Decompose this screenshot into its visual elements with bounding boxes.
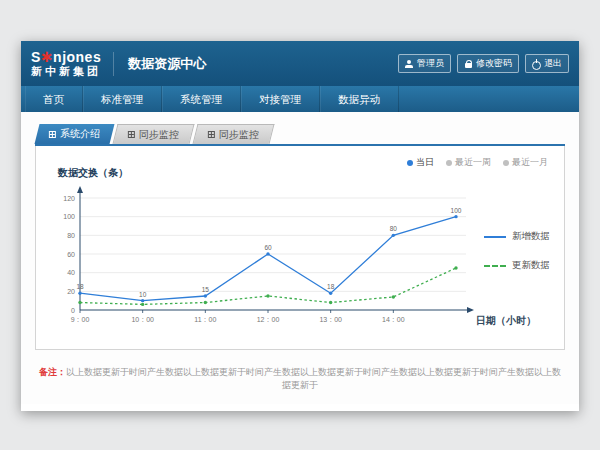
nav-item-home[interactable]: 首页: [25, 86, 83, 112]
svg-text:11：00: 11：00: [194, 316, 216, 323]
nav-item-standard-mgmt[interactable]: 标准管理: [83, 86, 162, 112]
tab-label: 系统介绍: [60, 127, 100, 141]
svg-text:10：00: 10：00: [131, 316, 154, 323]
main-nav: 首页 标准管理 系统管理 对接管理 数据异动: [21, 86, 579, 112]
grid-icon: [128, 131, 135, 138]
svg-text:15: 15: [202, 286, 210, 293]
svg-text:100: 100: [63, 213, 75, 220]
grid-icon: [208, 131, 215, 138]
radio-dot-icon: [503, 160, 509, 166]
radio-dot-icon: [407, 160, 413, 166]
nav-item-system-mgmt[interactable]: 系统管理: [162, 86, 241, 112]
logout-button[interactable]: 退出: [525, 54, 569, 73]
filter-last-week[interactable]: 最近一周: [446, 156, 491, 169]
radio-dot-icon: [446, 160, 452, 166]
user-icon: [405, 60, 413, 68]
power-icon: [532, 60, 540, 68]
footnote-label: 备注：: [39, 367, 66, 377]
series-legend: 新增数据 更新数据: [484, 230, 550, 272]
page-title: 数据资源中心: [113, 52, 206, 76]
legend-updated-data: 更新数据: [484, 259, 550, 272]
footnote: 备注：以上数据更新于时间产生数据以上数据更新于时间产生数据以上数据更新于时间产生…: [35, 366, 565, 392]
lock-icon: [464, 60, 472, 68]
legend-label: 更新数据: [512, 259, 550, 272]
y-axis-label: 数据交换（条）: [58, 166, 128, 180]
nav-item-data-changes[interactable]: 数据异动: [320, 86, 399, 112]
svg-text:80: 80: [67, 232, 75, 239]
filter-label: 最近一周: [455, 156, 491, 169]
admin-user-button[interactable]: 管理员: [398, 54, 451, 73]
change-password-label: 修改密码: [476, 57, 512, 70]
filter-label: 最近一月: [512, 156, 548, 169]
tab-label: 同步监控: [219, 128, 259, 142]
svg-text:20: 20: [67, 288, 75, 295]
time-filter-group: 当日 最近一周 最近一月: [407, 156, 548, 169]
tab-system-intro[interactable]: 系统介绍: [35, 124, 115, 144]
svg-text:60: 60: [264, 244, 272, 251]
company-name: 新中新集团: [31, 65, 101, 77]
content-area: 系统介绍 同步监控 同步监控 当日 最近一周: [21, 112, 579, 404]
tab-sync-monitor-1[interactable]: 同步监控: [113, 124, 195, 144]
svg-text:9：00: 9：00: [71, 316, 90, 323]
header: S✱njones 新中新集团 数据资源中心 管理员 修改密码 退出: [21, 41, 579, 86]
logo: S✱njones 新中新集团: [31, 50, 101, 77]
svg-text:14：00: 14：00: [382, 316, 405, 323]
solid-line-icon: [484, 236, 506, 238]
svg-text:0: 0: [71, 307, 75, 314]
legend-label: 新增数据: [512, 230, 550, 243]
filter-last-month[interactable]: 最近一月: [503, 156, 548, 169]
svg-text:120: 120: [63, 195, 75, 202]
filter-today[interactable]: 当日: [407, 156, 434, 169]
brand-star-icon: ✱: [41, 49, 53, 65]
svg-text:100: 100: [451, 207, 462, 214]
footnote-text: 以上数据更新于时间产生数据以上数据更新于时间产生数据以上数据更新于时间产生数据以…: [66, 367, 561, 390]
grid-icon: [49, 131, 56, 138]
legend-new-data: 新增数据: [484, 230, 550, 243]
header-actions: 管理员 修改密码 退出: [398, 54, 569, 73]
svg-text:18: 18: [76, 283, 84, 290]
svg-text:18: 18: [327, 283, 335, 290]
tab-sync-monitor-2[interactable]: 同步监控: [193, 124, 275, 144]
nav-item-connection-mgmt[interactable]: 对接管理: [241, 86, 320, 112]
x-axis-label: 日期（小时）: [476, 314, 536, 328]
brand-wordmark: S✱njones: [31, 50, 101, 65]
svg-text:40: 40: [67, 269, 75, 276]
svg-text:13：00: 13：00: [319, 316, 342, 323]
app-window: S✱njones 新中新集团 数据资源中心 管理员 修改密码 退出 首页 标准管…: [21, 41, 579, 411]
svg-text:60: 60: [67, 251, 75, 258]
filter-label: 当日: [416, 156, 434, 169]
tab-label: 同步监控: [139, 128, 179, 142]
tab-bar: 系统介绍 同步监控 同步监控: [35, 124, 565, 146]
dashed-line-icon: [484, 265, 506, 267]
change-password-button[interactable]: 修改密码: [457, 54, 519, 73]
svg-text:10: 10: [139, 291, 147, 298]
chart-panel: 当日 最近一周 最近一月 数据交换（条） 0204060801001209：00…: [35, 146, 565, 350]
logout-label: 退出: [544, 57, 562, 70]
line-chart: 0204060801001209：0010：0011：0012：0013：001…: [46, 184, 476, 336]
svg-text:80: 80: [390, 225, 398, 232]
svg-text:12：00: 12：00: [257, 316, 280, 323]
admin-user-label: 管理员: [417, 57, 444, 70]
